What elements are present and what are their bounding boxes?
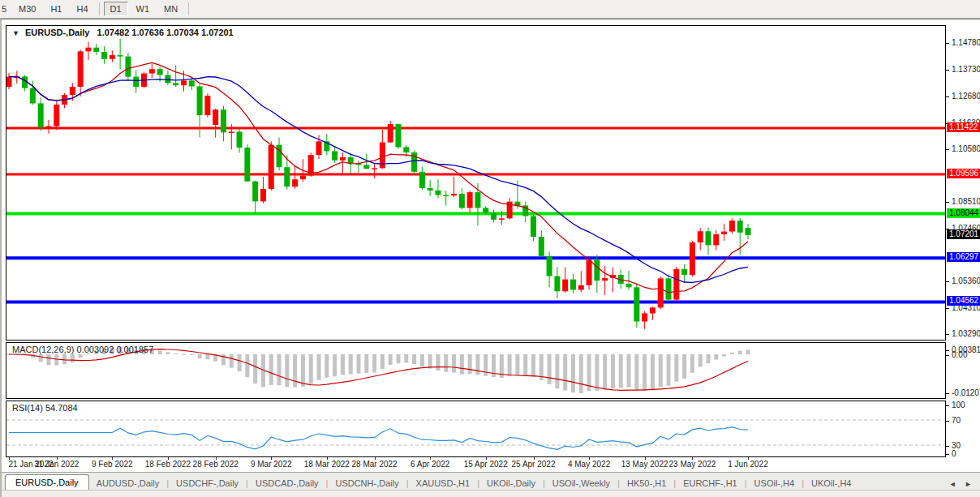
price-level-tag: 1.04562 bbox=[947, 296, 980, 306]
macd-bar bbox=[571, 354, 575, 392]
candle bbox=[562, 280, 568, 292]
macd-bar bbox=[698, 354, 703, 366]
candle bbox=[173, 83, 178, 85]
macd-bar bbox=[333, 354, 337, 376]
candle bbox=[531, 216, 536, 238]
macd-bar bbox=[674, 354, 678, 382]
candle bbox=[658, 278, 664, 307]
macd-bar bbox=[579, 354, 583, 393]
candle bbox=[690, 242, 695, 275]
tab-audusddaily[interactable]: AUDUSD-,Daily bbox=[89, 476, 167, 491]
rsi-pane[interactable]: RSI(14) 54.7084 bbox=[6, 401, 946, 457]
price-axis[interactable]: 1.147801.137301.126801.116301.105801.085… bbox=[946, 19, 980, 472]
price-tick bbox=[946, 281, 949, 282]
candle bbox=[395, 124, 401, 147]
macd-bar bbox=[158, 351, 162, 354]
candle bbox=[626, 284, 632, 287]
date-label: 9 Mar 2022 bbox=[243, 460, 299, 469]
price-tick bbox=[946, 308, 949, 309]
main-chart-pane[interactable]: ▼ EURUSD-,Daily 1.07482 1.07636 1.07034 … bbox=[6, 25, 946, 341]
rsi-plot[interactable] bbox=[6, 401, 945, 456]
macd-pane[interactable]: MACD(12,26,9) 0.003092 0.001857 bbox=[6, 342, 946, 399]
candle bbox=[372, 168, 377, 169]
tab-usdchfdaily[interactable]: USDCHF-,Daily bbox=[169, 476, 246, 491]
period-button-w1[interactable]: W1 bbox=[130, 2, 157, 16]
price-tick bbox=[946, 96, 949, 97]
candle bbox=[729, 221, 735, 231]
macd-bar bbox=[301, 354, 305, 387]
tab-ukoildaily[interactable]: UKOil-,Daily bbox=[479, 476, 543, 491]
candle bbox=[197, 87, 203, 116]
macd-axis-tick bbox=[946, 393, 949, 394]
macd-bar bbox=[738, 351, 742, 354]
macd-bar bbox=[548, 354, 552, 384]
period-button-d1[interactable]: D1 bbox=[104, 2, 128, 16]
candle bbox=[666, 278, 672, 299]
macd-bar bbox=[651, 354, 655, 391]
tab-usdcnhdaily[interactable]: USDCNH-,Daily bbox=[328, 476, 406, 491]
macd-bar bbox=[460, 354, 464, 375]
date-label: 4 May 2022 bbox=[561, 460, 617, 469]
macd-bar bbox=[253, 354, 257, 383]
candlestick-plot[interactable] bbox=[6, 26, 945, 340]
candle bbox=[165, 75, 170, 83]
period-button-5[interactable]: 5 bbox=[1, 2, 11, 16]
macd-bar bbox=[230, 354, 234, 368]
macd-bar bbox=[444, 354, 448, 372]
macd-bar bbox=[46, 354, 50, 365]
macd-bar bbox=[603, 354, 607, 390]
macd-bar bbox=[563, 354, 567, 391]
candle bbox=[403, 148, 409, 153]
candle bbox=[78, 51, 84, 87]
macd-bar bbox=[165, 352, 170, 354]
candle bbox=[721, 232, 727, 234]
candle bbox=[149, 69, 155, 73]
candle bbox=[292, 179, 298, 186]
date-label: 9 Feb 2022 bbox=[84, 460, 140, 469]
macd-bar bbox=[714, 354, 718, 360]
candle bbox=[85, 48, 91, 52]
tab-hk50h1[interactable]: HK50-,H1 bbox=[620, 476, 673, 491]
macd-bar bbox=[182, 353, 186, 354]
macd-bar bbox=[555, 354, 559, 388]
macd-bar bbox=[39, 354, 43, 362]
time-axis[interactable]: 21 Jan 202231 Jan 20229 Feb 202218 Feb 2… bbox=[2, 457, 946, 472]
tab-eurusddaily[interactable]: EURUSD-,Daily bbox=[5, 474, 89, 491]
date-label: 6 Apr 2022 bbox=[402, 460, 458, 469]
period-button-mn[interactable]: MN bbox=[157, 2, 184, 16]
candle bbox=[118, 55, 123, 57]
tab-usdcaddaily[interactable]: USDCAD-,Daily bbox=[248, 476, 326, 491]
tab-usoilweekly[interactable]: USOil-,Weekly bbox=[545, 476, 617, 491]
macd-bar bbox=[420, 354, 424, 366]
candle bbox=[443, 195, 449, 197]
candle bbox=[38, 103, 44, 127]
candle bbox=[602, 278, 608, 281]
period-button-h4[interactable]: H4 bbox=[70, 2, 94, 16]
price-level-tag: 1.08044 bbox=[947, 208, 980, 218]
collapse-arrow-icon[interactable]: ▼ bbox=[12, 29, 19, 37]
rsi-axis-tick bbox=[946, 454, 949, 455]
candle bbox=[348, 157, 354, 164]
tab-usoilh4[interactable]: USOil-,H4 bbox=[747, 476, 802, 491]
period-button-h1[interactable]: H1 bbox=[44, 2, 68, 16]
tab-ukoilh4[interactable]: UKOil-,H4 bbox=[804, 476, 859, 491]
tab-eurchfh1[interactable]: EURCHF-,H1 bbox=[676, 476, 745, 491]
macd-bar bbox=[372, 354, 376, 372]
macd-bar bbox=[174, 353, 178, 354]
candle bbox=[594, 260, 600, 281]
candle bbox=[475, 192, 480, 208]
tab-xauusdh1[interactable]: XAUUSD-,H1 bbox=[409, 476, 478, 491]
macd-bar bbox=[389, 354, 393, 365]
macd-bar bbox=[205, 354, 209, 359]
macd-bar bbox=[619, 354, 623, 388]
candle bbox=[300, 176, 306, 180]
candle bbox=[547, 256, 552, 276]
candle bbox=[650, 307, 655, 313]
macd-bar bbox=[682, 354, 686, 379]
price-tick-label: 1.03290 bbox=[952, 329, 980, 338]
candle bbox=[451, 194, 457, 195]
macd-bar bbox=[349, 354, 353, 374]
rsi-axis-label: 100 bbox=[952, 401, 965, 409]
rsi-label: RSI(14) 54.7084 bbox=[12, 403, 78, 413]
period-button-m30[interactable]: M30 bbox=[12, 2, 42, 16]
